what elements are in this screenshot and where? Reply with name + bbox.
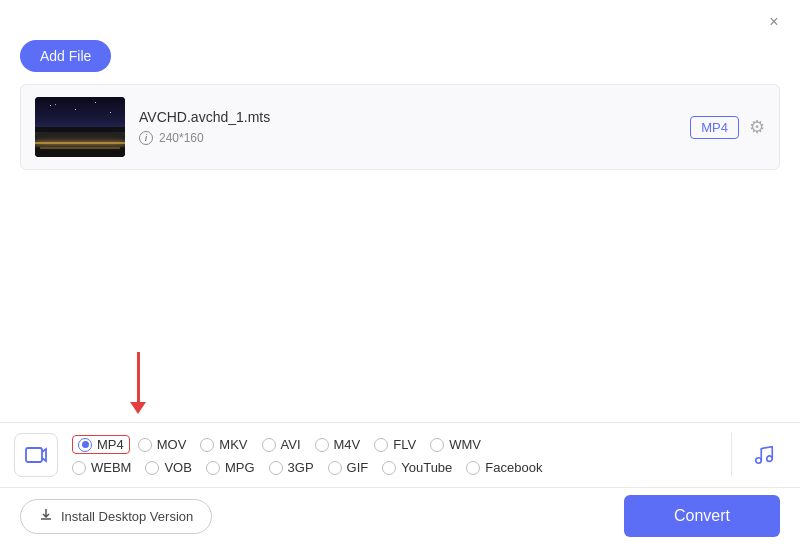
file-list: AVCHD.avchd_1.mts i 240*160 MP4 ⚙ bbox=[20, 84, 780, 170]
radio-flv bbox=[374, 438, 388, 452]
radio-vob bbox=[145, 461, 159, 475]
close-button[interactable]: × bbox=[764, 12, 784, 32]
file-info: AVCHD.avchd_1.mts i 240*160 bbox=[139, 109, 690, 145]
radio-wmv bbox=[430, 438, 444, 452]
file-thumbnail bbox=[35, 97, 125, 157]
format-label-avi: AVI bbox=[281, 437, 301, 452]
svg-rect-0 bbox=[26, 448, 42, 462]
format-badge[interactable]: MP4 bbox=[690, 116, 739, 139]
format-option-gif[interactable]: GIF bbox=[328, 460, 369, 475]
format-option-mpg[interactable]: MPG bbox=[206, 460, 255, 475]
add-file-button[interactable]: Add File bbox=[20, 40, 111, 72]
format-label-mkv: MKV bbox=[219, 437, 247, 452]
radio-3gp bbox=[269, 461, 283, 475]
format-label-mpg: MPG bbox=[225, 460, 255, 475]
arrow-head bbox=[130, 402, 146, 414]
format-option-3gp[interactable]: 3GP bbox=[269, 460, 314, 475]
format-option-mkv[interactable]: MKV bbox=[200, 437, 247, 452]
arrow-shaft bbox=[137, 352, 140, 402]
audio-format-icon[interactable] bbox=[742, 433, 786, 477]
format-option-facebook[interactable]: Facebook bbox=[466, 460, 542, 475]
bottom-bar: Install Desktop Version Convert bbox=[0, 488, 800, 544]
format-label-webm: WEBM bbox=[91, 460, 131, 475]
format-label-mp4: MP4 bbox=[97, 437, 124, 452]
format-label-vob: VOB bbox=[164, 460, 191, 475]
arrow-indicator bbox=[130, 352, 146, 414]
format-option-webm[interactable]: WEBM bbox=[72, 460, 131, 475]
format-label-m4v: M4V bbox=[334, 437, 361, 452]
format-option-mp4[interactable]: MP4 bbox=[72, 435, 130, 454]
format-option-vob[interactable]: VOB bbox=[145, 460, 191, 475]
svg-point-2 bbox=[767, 456, 773, 462]
radio-mkv bbox=[200, 438, 214, 452]
file-name: AVCHD.avchd_1.mts bbox=[139, 109, 690, 125]
format-option-youtube[interactable]: YouTube bbox=[382, 460, 452, 475]
settings-icon[interactable]: ⚙ bbox=[749, 116, 765, 138]
svg-point-1 bbox=[756, 458, 762, 464]
format-option-wmv[interactable]: WMV bbox=[430, 437, 481, 452]
format-label-mov: MOV bbox=[157, 437, 187, 452]
format-label-gif: GIF bbox=[347, 460, 369, 475]
format-panel: MP4 MOV MKV AVI M4V bbox=[0, 422, 800, 488]
radio-webm bbox=[72, 461, 86, 475]
radio-mpg bbox=[206, 461, 220, 475]
file-actions: MP4 ⚙ bbox=[690, 116, 765, 139]
format-label-flv: FLV bbox=[393, 437, 416, 452]
format-label-youtube: YouTube bbox=[401, 460, 452, 475]
convert-button[interactable]: Convert bbox=[624, 495, 780, 537]
video-format-icon[interactable] bbox=[14, 433, 58, 477]
format-option-flv[interactable]: FLV bbox=[374, 437, 416, 452]
file-meta: i 240*160 bbox=[139, 131, 690, 145]
title-bar: × bbox=[0, 0, 800, 40]
radio-mov bbox=[138, 438, 152, 452]
format-separator bbox=[731, 433, 732, 477]
format-row-2: WEBM VOB MPG 3GP GIF bbox=[72, 460, 721, 475]
radio-m4v bbox=[315, 438, 329, 452]
radio-avi bbox=[262, 438, 276, 452]
radio-mp4 bbox=[78, 438, 92, 452]
format-option-avi[interactable]: AVI bbox=[262, 437, 301, 452]
radio-youtube bbox=[382, 461, 396, 475]
format-label-3gp: 3GP bbox=[288, 460, 314, 475]
format-option-mov[interactable]: MOV bbox=[138, 437, 187, 452]
toolbar: Add File bbox=[0, 40, 800, 84]
format-option-m4v[interactable]: M4V bbox=[315, 437, 361, 452]
install-desktop-button[interactable]: Install Desktop Version bbox=[20, 499, 212, 534]
info-icon: i bbox=[139, 131, 153, 145]
file-resolution: 240*160 bbox=[159, 131, 204, 145]
format-row-1: MP4 MOV MKV AVI M4V bbox=[72, 435, 721, 454]
radio-facebook bbox=[466, 461, 480, 475]
file-item: AVCHD.avchd_1.mts i 240*160 MP4 ⚙ bbox=[21, 85, 779, 169]
format-label-facebook: Facebook bbox=[485, 460, 542, 475]
format-label-wmv: WMV bbox=[449, 437, 481, 452]
radio-gif bbox=[328, 461, 342, 475]
install-label: Install Desktop Version bbox=[61, 509, 193, 524]
download-icon bbox=[39, 508, 53, 525]
